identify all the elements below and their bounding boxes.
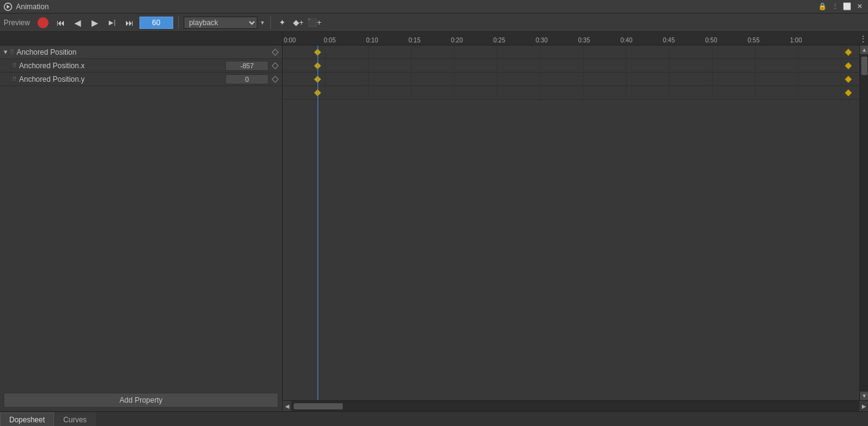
keyframe-diamond-x — [272, 62, 278, 69]
drag-handle-anchored: ⠿ — [10, 49, 14, 55]
timeline-menu-button[interactable]: ⋮ — [858, 32, 868, 45]
keyframe-btn-y[interactable] — [271, 75, 280, 84]
tracks-container — [283, 45, 859, 400]
track-row-0 — [283, 45, 859, 59]
tab-curves[interactable]: Curves — [54, 412, 96, 426]
ruler-mark-2: 0:10 — [366, 37, 378, 44]
keyframe-diamond-outline — [272, 49, 278, 55]
anchored-position-x-row: ⠿ Anchored Position.x — [0, 59, 282, 73]
anchored-position-x-input[interactable] — [225, 61, 268, 71]
left-panel: ▼ ⠿ Anchored Position ⠿ Anchored Positio… — [0, 32, 283, 411]
bottom-area: ◀ ▶ — [283, 400, 868, 411]
ruler-content: 0:00 0:05 0:10 0:15 0:20 0:25 0:30 0:35 … — [283, 32, 858, 45]
main-container: Preview ⏮ ◀ ▶ ▶| ⏭ 60 playback loop ping… — [0, 14, 868, 426]
play-button[interactable]: ▶ — [88, 16, 103, 30]
scrollbar-thumb-v[interactable] — [861, 57, 867, 75]
horizontal-scroll-area: ◀ ▶ — [283, 400, 868, 411]
anchored-position-label: Anchored Position — [17, 48, 268, 57]
ruler-mark-1: 0:05 — [324, 37, 335, 44]
scroll-left-button[interactable]: ◀ — [283, 401, 291, 412]
scroll-thumb-h[interactable] — [294, 403, 343, 409]
keyframe-diamond-y — [272, 76, 278, 82]
scrollbar-down-button[interactable]: ▼ — [860, 392, 868, 400]
anchored-position-y-row: ⠿ Anchored Position.y — [0, 73, 282, 86]
properties-area: ▼ ⠿ Anchored Position ⠿ Anchored Positio… — [0, 32, 282, 389]
ruler-mark-7: 0:35 — [578, 37, 590, 44]
timeline-area: 0:00 0:05 0:10 0:15 0:20 0:25 0:30 0:35 … — [283, 32, 868, 411]
keyframe-btn-anchored[interactable] — [271, 48, 280, 57]
track-row-2 — [283, 73, 859, 86]
ruler-mark-12: 1:00 — [790, 37, 802, 44]
record-button[interactable] — [37, 17, 49, 28]
drag-handle-x: ⠿ — [12, 62, 17, 69]
content-area: ▼ ⠿ Anchored Position ⠿ Anchored Positio… — [0, 32, 868, 411]
scrollbar-track-v — [860, 54, 868, 392]
toolbar-separator-2 — [270, 17, 271, 29]
track-bg-0 — [283, 45, 859, 58]
scrollbar-up-button[interactable]: ▲ — [860, 45, 868, 54]
animation-icon — [4, 2, 12, 11]
move-keyframe-btn[interactable]: ◆+ — [292, 16, 305, 30]
lock-button[interactable]: 🔒 — [818, 2, 827, 12]
skip-start-button[interactable]: ⏮ — [53, 16, 68, 30]
add-event-btn[interactable]: ⬛+ — [308, 16, 321, 30]
window-title: Animation — [16, 2, 818, 11]
ruler-mark-4: 0:20 — [451, 37, 463, 44]
maximize-button[interactable]: ⬜ — [842, 2, 852, 12]
timeline-scrollbar-vertical: ▲ ▼ — [859, 45, 868, 400]
step-back-button[interactable]: ◀ — [71, 16, 85, 30]
track-bg-2 — [283, 73, 859, 85]
menu-button[interactable]: ⋮ — [830, 2, 840, 12]
toolbar-separator-1 — [178, 17, 179, 29]
scroll-bar-horizontal — [291, 402, 859, 411]
scroll-right-button[interactable]: ▶ — [859, 401, 868, 412]
anchored-position-row[interactable]: ▼ ⠿ Anchored Position — [0, 45, 282, 59]
anchored-position-y-label: Anchored Position.y — [19, 75, 225, 84]
playback-dropdown-arrow: ▼ — [260, 20, 265, 26]
keyframe-btn-x[interactable] — [271, 61, 280, 70]
preview-label: Preview — [4, 18, 30, 27]
track-bg-3 — [283, 86, 859, 99]
bottom-tabs: Dopesheet Curves — [0, 411, 868, 426]
step-forward-button[interactable]: ▶| — [105, 16, 120, 30]
drag-handle-y: ⠿ — [12, 76, 17, 82]
ruler-mark-11: 0:55 — [748, 37, 759, 44]
playback-select[interactable]: playback loop ping-pong — [184, 17, 257, 29]
track-row-3 — [283, 86, 859, 100]
anchored-position-x-label: Anchored Position.x — [19, 61, 225, 70]
add-property-button[interactable]: Add Property — [4, 393, 278, 408]
ruler-mark-3: 0:15 — [409, 37, 420, 44]
anchored-position-y-input[interactable] — [225, 74, 268, 84]
track-row-1 — [283, 59, 859, 73]
add-keyframe-icon-btn[interactable]: ✦ — [276, 16, 289, 30]
ruler-mark-6: 0:30 — [536, 37, 547, 44]
skip-end-button[interactable]: ⏭ — [122, 16, 137, 30]
svg-marker-1 — [7, 5, 10, 9]
tracks-and-scrollbar: ▲ ▼ — [283, 45, 868, 400]
ruler-mark-9: 0:45 — [663, 37, 674, 44]
toolbar: Preview ⏮ ◀ ▶ ▶| ⏭ 60 playback loop ping… — [0, 14, 868, 32]
time-input[interactable]: 60 — [139, 17, 173, 29]
timeline-ruler: 0:00 0:05 0:10 0:15 0:20 0:25 0:30 0:35 … — [283, 32, 868, 45]
expand-icon[interactable]: ▼ — [2, 49, 10, 55]
close-button[interactable]: ✕ — [854, 2, 864, 12]
ruler-mark-0: 0:00 — [284, 37, 295, 44]
title-bar: Animation 🔒 ⋮ ⬜ ✕ — [0, 0, 868, 14]
track-header-row — [0, 32, 282, 45]
ruler-mark-5: 0:25 — [493, 37, 505, 44]
ruler-mark-10: 0:50 — [705, 37, 717, 44]
tab-dopesheet[interactable]: Dopesheet — [0, 412, 54, 426]
ruler-mark-8: 0:40 — [620, 37, 632, 44]
window-controls: 🔒 ⋮ ⬜ ✕ — [818, 2, 864, 12]
track-bg-1 — [283, 59, 859, 72]
